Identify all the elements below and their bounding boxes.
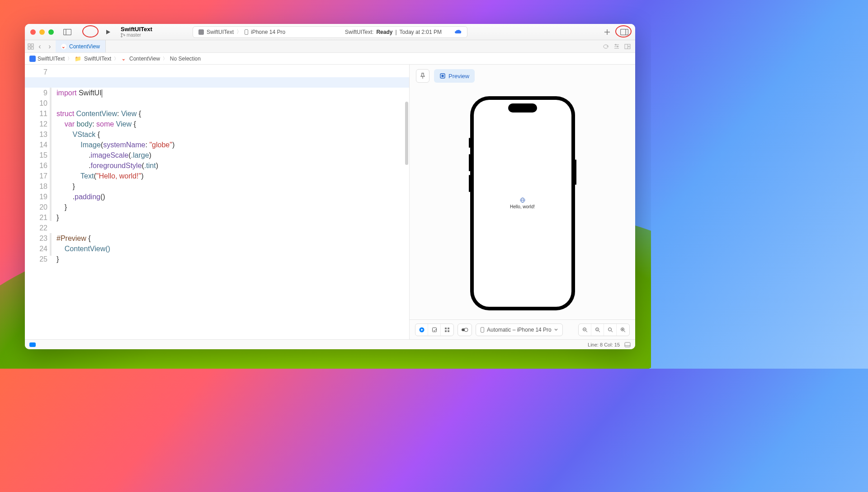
window-traffic-lights [30,29,54,35]
live-preview-button[interactable] [415,324,428,336]
svg-rect-22 [442,75,444,77]
selectable-preview-button[interactable] [428,324,441,336]
canvas-toolbar: Automatic – iPhone 14 Pro 1 [410,319,635,339]
svg-point-33 [464,328,468,332]
zoom-in-button[interactable] [617,324,629,336]
add-editor-icon[interactable] [624,44,631,49]
svg-rect-5 [198,29,204,35]
activity-status-bar[interactable]: SwiftUIText 〉 iPhone 14 Pro SwiftUIText:… [193,26,467,38]
device-icon [245,29,248,35]
zoom-button[interactable] [48,29,54,35]
tab-bar: ‹ › ContentView [25,40,635,53]
status-time: Today at 2:01 PM [400,29,442,35]
preview-canvas: Preview Hello, world! [409,65,635,339]
jump-bar[interactable]: SwiftUIText 〉 📁 SwiftUIText 〉 ContentVie… [25,53,635,65]
zoom-group: 1 [578,323,630,336]
svg-point-41 [608,328,611,331]
main-area: 78910111213141516171819202122232425 impo… [25,65,635,339]
variants-button[interactable] [441,324,453,336]
cloud-icon [454,29,462,34]
file-tab-label: ContentView [69,43,100,50]
folder-icon: 📁 [75,56,81,62]
sync-icon[interactable] [603,44,609,49]
svg-line-39 [599,331,600,332]
svg-point-4 [124,34,125,36]
svg-rect-6 [245,29,248,34]
status-bar: Line: 8 Col: 15 [25,339,635,349]
svg-rect-7 [621,29,628,35]
device-selector-label: Automatic – iPhone 14 Pro [487,327,552,333]
svg-rect-9 [28,44,30,46]
toolbar-right [602,27,630,37]
project-icon [29,56,36,62]
related-items-icon[interactable] [28,43,34,50]
device-icon [481,327,484,333]
file-tab-contentview[interactable]: ContentView [56,40,106,52]
adjust-editor-icon[interactable] [613,44,620,49]
svg-text:1: 1 [596,328,598,331]
fold-ribbon[interactable] [50,88,52,221]
debug-indicator[interactable] [29,342,36,347]
svg-point-13 [61,44,66,49]
scrollbar-thumb[interactable] [405,102,408,165]
minimize-button[interactable] [39,29,45,35]
titlebar: SwiftUIText master SwiftUIText 〉 iPhone … [25,24,635,40]
svg-rect-31 [448,330,449,332]
breadcrumb-folder: SwiftUIText [84,56,111,62]
scheme-name: SwiftUIText [121,26,152,33]
preview-button[interactable]: Preview [434,69,475,83]
cursor-position: Line: 8 Col: 15 [588,342,620,347]
breadcrumb-app: SwiftUIText [38,56,65,62]
svg-rect-28 [445,328,447,329]
sidebar-toggle-right-icon[interactable] [619,27,630,37]
zoom-fit-button[interactable]: 1 [591,324,604,336]
sidebar-toggle-left-icon[interactable] [62,27,73,37]
close-button[interactable] [30,29,36,35]
device-settings-button[interactable] [458,323,472,336]
fold-ribbon[interactable] [50,233,52,256]
status-target-device: iPhone 14 Pro [251,29,285,35]
svg-rect-10 [31,44,33,46]
source-editor[interactable]: 78910111213141516171819202122232425 impo… [25,65,409,339]
scheme-selector[interactable]: SwiftUIText master [121,26,152,38]
zoom-out-button[interactable] [579,324,591,336]
branch-icon [121,33,125,37]
device-selector[interactable]: Automatic – iPhone 14 Pro [476,323,563,336]
breadcrumb-file: ContentView [129,56,160,62]
run-button[interactable] [103,27,113,37]
globe-icon [520,197,525,203]
breadcrumb-selection: No Selection [170,56,201,62]
bottom-panel-icon[interactable] [624,342,631,347]
svg-rect-30 [445,330,447,332]
status-prefix: SwiftUIText: [345,29,373,35]
nav-forward-button[interactable]: › [46,42,54,51]
preview-mode-group [415,323,454,336]
svg-point-2 [121,33,123,34]
svg-rect-11 [28,47,30,49]
swift-file-icon [61,44,66,49]
pin-preview-button[interactable] [416,69,429,83]
zoom-actual-button[interactable] [604,324,617,336]
device-screen: Hello, world! [474,100,571,307]
preview-icon [439,73,446,79]
svg-point-3 [121,36,123,37]
chevron-down-icon [554,328,558,331]
xcode-window: SwiftUIText master SwiftUIText 〉 iPhone … [25,24,635,349]
canvas-viewport[interactable]: Hello, world! [410,87,635,319]
svg-line-42 [611,331,613,332]
scheme-branch: master [121,33,152,38]
preview #text: Hello, world! [510,204,535,209]
device-frame: Hello, world! [470,96,575,310]
code-content[interactable]: import SwiftUI struct ContentView: View … [52,65,409,339]
preview-label: Preview [448,73,469,80]
add-button[interactable] [602,27,613,37]
app-icon [198,29,204,35]
svg-rect-17 [615,44,616,45]
svg-rect-34 [481,327,484,332]
status-target-app: SwiftUIText [207,29,234,35]
status-state: Ready [376,29,392,35]
svg-rect-12 [31,47,33,49]
svg-rect-0 [64,29,71,35]
svg-rect-18 [617,46,618,47]
nav-back-button[interactable]: ‹ [36,42,44,51]
